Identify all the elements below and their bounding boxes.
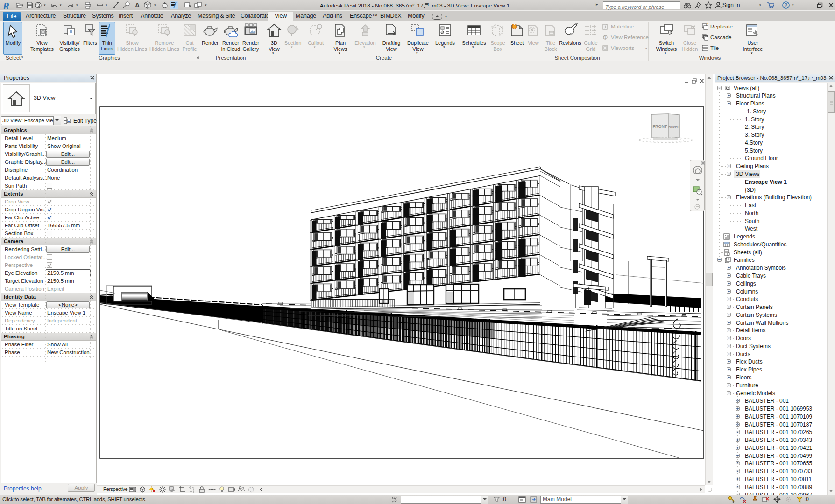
svg-text:1: 1 <box>604 35 607 40</box>
svg-text:RIGHT: RIGHT <box>668 125 680 129</box>
svg-text:FRONT: FRONT <box>653 124 667 129</box>
svg-text:A: A <box>135 1 140 9</box>
svg-text:?: ? <box>785 3 787 8</box>
